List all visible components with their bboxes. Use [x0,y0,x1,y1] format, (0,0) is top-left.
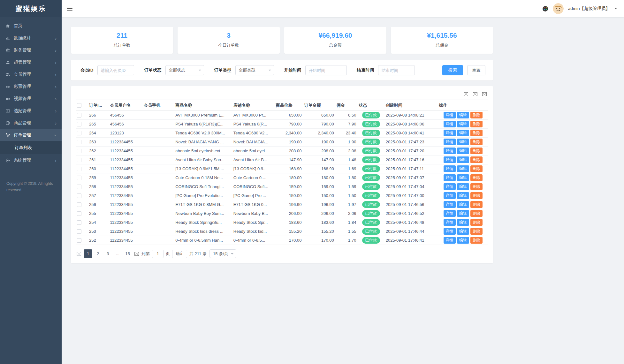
chevron-down-icon[interactable] [614,8,617,11]
edit-button[interactable]: 编辑 [457,210,469,217]
row-checkbox[interactable] [77,140,81,144]
detail-button[interactable]: 详情 [444,183,456,190]
edit-button[interactable]: 编辑 [457,201,469,208]
select-all-checkbox[interactable] [77,103,81,108]
delete-button[interactable]: 删除 [470,174,483,181]
delete-button[interactable]: 删除 [470,228,483,235]
detail-button[interactable]: 详情 [444,156,456,163]
edit-button[interactable]: 编辑 [457,156,469,163]
toolbar-icon-box-2[interactable] [473,92,478,97]
toolbar-icon-box-1[interactable] [463,92,468,97]
delete-button[interactable]: 删除 [470,237,483,244]
confirm-button[interactable]: 确定 [172,250,187,258]
delete-button[interactable]: 删除 [470,219,483,226]
end-time-input[interactable] [378,65,415,75]
toolbar-icon-box-3[interactable] [482,92,487,97]
detail-button[interactable]: 详情 [444,201,456,208]
row-checkbox[interactable] [77,202,81,207]
detail-button[interactable]: 详情 [444,228,456,235]
sidebar-item-xuanfei[interactable]: 选妃管理› [0,105,62,117]
delete-button[interactable]: 删除 [470,112,483,119]
sidebar-item-data-stats[interactable]: 数据统计› [0,32,62,44]
edit-button[interactable]: 编辑 [457,228,469,235]
search-button[interactable]: 搜索 [442,65,463,75]
delete-button[interactable]: 删除 [470,156,483,163]
sidebar-item-video[interactable]: 视频管理› [0,93,62,105]
page-size-select[interactable]: 15 条/页 [209,249,236,258]
user-name[interactable]: admin【超级管理员】 [568,6,610,11]
sidebar-item-finance[interactable]: 财务管理› [0,44,62,56]
delete-button[interactable]: 删除 [470,121,483,128]
edit-button[interactable]: 编辑 [457,174,469,181]
detail-button[interactable]: 详情 [444,121,456,128]
edit-button[interactable]: 编辑 [457,192,469,199]
edit-button[interactable]: 编辑 [457,139,469,146]
row-checkbox[interactable] [77,238,81,243]
sidebar-item-system[interactable]: 系统管理› [0,154,62,166]
edit-button[interactable]: 编辑 [457,121,469,128]
sidebar-item-orders[interactable]: 订单管理› [0,129,62,141]
edit-button[interactable]: 编辑 [457,219,469,226]
delete-button[interactable]: 删除 [470,201,483,208]
avatar[interactable] [553,3,564,14]
row-checkbox[interactable] [77,158,81,162]
order-type-select[interactable]: 全部类型 [235,65,274,75]
edit-button[interactable]: 编辑 [457,130,469,137]
row-checkbox[interactable] [77,167,81,171]
menu-toggle-icon[interactable] [67,6,72,11]
row-checkbox[interactable] [77,176,81,180]
detail-button[interactable]: 详情 [444,130,456,137]
next-page-icon[interactable] [134,251,139,256]
sidebar-item-home[interactable]: 首页 [0,20,62,32]
sidebar-item-products[interactable]: 商品管理› [0,117,62,129]
row-checkbox[interactable] [77,122,81,126]
detail-button[interactable]: 详情 [444,192,456,199]
row-checkbox[interactable] [77,149,81,153]
column-header-0[interactable]: 订单I... [88,100,109,111]
delete-button[interactable]: 删除 [470,130,483,137]
row-checkbox[interactable] [77,211,81,216]
detail-button[interactable]: 详情 [444,210,456,217]
detail-button[interactable]: 详情 [444,165,456,172]
row-checkbox[interactable] [77,193,81,198]
theme-palette-icon[interactable] [542,6,548,12]
page-button-2[interactable]: 2 [94,249,102,258]
member-id-input[interactable] [97,65,134,75]
prev-page-icon[interactable] [76,251,81,256]
row-checkbox[interactable] [77,113,81,118]
delete-button[interactable]: 删除 [470,183,483,190]
sidebar-item-members[interactable]: 会员管理› [0,68,62,80]
detail-button[interactable]: 详情 [444,112,456,119]
page-button-3[interactable]: 3 [103,249,112,258]
detail-button[interactable]: 详情 [444,148,456,155]
row-checkbox[interactable] [77,220,81,225]
delete-button[interactable]: 删除 [470,210,483,217]
sidebar-subitem-order-list[interactable]: 订单列表 [0,141,62,154]
detail-button[interactable]: 详情 [444,219,456,226]
detail-button[interactable]: 详情 [444,174,456,181]
goto-page-input[interactable] [152,250,164,258]
detail-button[interactable]: 详情 [444,139,456,146]
edit-button[interactable]: 编辑 [457,237,469,244]
page-button-15[interactable]: 15 [123,249,132,258]
sort-icons[interactable] [103,103,105,108]
order-status-select[interactable]: 全部状态 [165,65,204,75]
page-button-1[interactable]: 1 [84,249,92,258]
commission: 1.90 [335,138,358,147]
delete-button[interactable]: 删除 [470,192,483,199]
edit-button[interactable]: 编辑 [457,148,469,155]
edit-button[interactable]: 编辑 [457,165,469,172]
edit-button[interactable]: 编辑 [457,112,469,119]
delete-button[interactable]: 删除 [470,148,483,155]
start-time-input[interactable] [305,65,347,75]
delete-button[interactable]: 删除 [470,165,483,172]
row-checkbox[interactable] [77,229,81,234]
detail-button[interactable]: 详情 [444,237,456,244]
reset-button[interactable]: 重置 [467,65,485,75]
delete-button[interactable]: 删除 [470,139,483,146]
row-checkbox[interactable] [77,131,81,135]
sidebar-item-lottery[interactable]: 彩票管理› [0,80,62,93]
edit-button[interactable]: 编辑 [457,183,469,190]
row-checkbox[interactable] [77,185,81,189]
sidebar-item-super-admin[interactable]: 超管管理› [0,56,62,68]
